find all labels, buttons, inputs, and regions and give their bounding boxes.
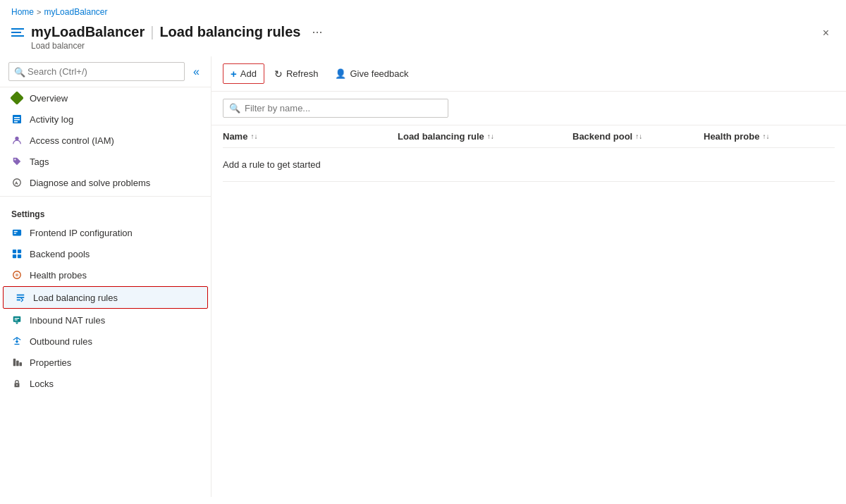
more-options[interactable]: ··· — [312, 25, 322, 39]
svg-rect-11 — [13, 250, 16, 253]
search-icon: 🔍 — [14, 66, 25, 77]
activity-log-icon — [11, 113, 23, 125]
search-input[interactable] — [8, 62, 185, 81]
sidebar-item-inbound-nat[interactable]: Inbound NAT rules — [0, 309, 211, 331]
svg-point-17 — [16, 274, 18, 276]
refresh-button[interactable]: ↻ Refresh — [267, 65, 326, 83]
svg-rect-25 — [16, 360, 19, 366]
sidebar-label-properties: Properties — [30, 357, 71, 368]
sidebar-item-diagnose[interactable]: Diagnose and solve problems — [0, 172, 211, 193]
sort-icon-health-probe[interactable]: ↑↓ — [762, 133, 769, 140]
svg-rect-13 — [13, 254, 16, 258]
sort-icon-name[interactable]: ↑↓ — [250, 133, 257, 140]
diagnose-icon — [11, 177, 23, 188]
column-health-probe: Health probe ↑↓ — [704, 131, 835, 142]
sidebar-item-load-balancing-rules[interactable]: Load balancing rules — [3, 286, 208, 309]
sort-icon-lb-rule[interactable]: ↑↓ — [487, 133, 494, 140]
add-label: Add — [240, 68, 257, 79]
svg-rect-9 — [14, 231, 18, 232]
backend-pools-icon — [11, 248, 23, 259]
table-container: Name ↑↓ Load balancing rule ↑↓ Backend p… — [212, 125, 846, 182]
overview-icon — [11, 92, 23, 104]
column-backend-pool: Backend pool ↑↓ — [572, 131, 704, 142]
title-pipe: | — [150, 24, 154, 40]
properties-icon — [11, 357, 23, 368]
table-header: Name ↑↓ Load balancing rule ↑↓ Backend p… — [223, 125, 835, 148]
svg-rect-14 — [18, 254, 21, 258]
sidebar-label-tags: Tags — [30, 156, 49, 167]
tags-icon — [11, 156, 23, 167]
breadcrumb-home[interactable]: Home — [11, 7, 34, 17]
refresh-icon: ↻ — [274, 68, 283, 80]
sidebar-item-outbound-rules[interactable]: Outbound rules — [0, 331, 211, 352]
sidebar-item-locks[interactable]: Locks — [0, 373, 211, 394]
content-area: + Add ↻ Refresh 👤 Give feedback 🔍 — [212, 56, 846, 497]
page-section-title: Load balancing rules — [159, 24, 300, 40]
health-probes-icon — [11, 269, 23, 281]
filter-input[interactable] — [245, 103, 442, 113]
sidebar-label-load-balancing-rules: Load balancing rules — [33, 293, 118, 303]
svg-rect-2 — [14, 119, 20, 121]
sidebar-label-activity-log: Activity log — [30, 114, 73, 125]
page-title: myLoadBalancer | Load balancing rules ··… — [31, 24, 322, 40]
svg-rect-12 — [18, 250, 21, 253]
header-title-block: myLoadBalancer | Load balancing rules ··… — [31, 24, 322, 51]
breadcrumb: Home > myLoadBalancer — [0, 0, 846, 21]
sidebar-label-inbound-nat: Inbound NAT rules — [30, 315, 105, 326]
svg-rect-26 — [20, 362, 23, 366]
column-lb-rule: Load balancing rule ↑↓ — [398, 131, 572, 142]
add-plus-icon: + — [231, 68, 237, 80]
svg-point-28 — [16, 384, 18, 386]
breadcrumb-separator: > — [37, 8, 41, 16]
sidebar-item-frontend-ip[interactable]: Frontend IP configuration — [0, 222, 211, 243]
sidebar-item-tags[interactable]: Tags — [0, 151, 211, 172]
access-control-icon — [11, 135, 23, 146]
resource-name: myLoadBalancer — [31, 24, 145, 40]
sidebar-label-locks: Locks — [30, 379, 54, 389]
sidebar-label-overview: Overview — [30, 93, 68, 104]
sort-icon-backend-pool[interactable]: ↑↓ — [635, 133, 642, 140]
sidebar-navigation: Overview Activity log — [0, 87, 211, 497]
outbound-rules-icon — [11, 336, 23, 347]
sidebar-item-activity-log[interactable]: Activity log — [0, 109, 211, 130]
add-button[interactable]: + Add — [223, 63, 264, 84]
feedback-button[interactable]: 👤 Give feedback — [328, 65, 415, 82]
collapse-sidebar-button[interactable]: « — [190, 64, 202, 80]
sidebar-item-properties[interactable]: Properties — [0, 352, 211, 373]
main-layout: 🔍 « Overview — [0, 56, 846, 497]
filter-search-icon: 🔍 — [229, 103, 240, 113]
sidebar-label-diagnose: Diagnose and solve problems — [30, 178, 150, 188]
feedback-icon: 👤 — [335, 68, 346, 79]
filter-bar: 🔍 — [212, 92, 846, 125]
sidebar-label-outbound-rules: Outbound rules — [30, 336, 92, 347]
sidebar-label-access-control: Access control (IAM) — [30, 135, 114, 146]
svg-rect-3 — [14, 121, 18, 123]
sidebar-label-backend-pools: Backend pools — [30, 249, 90, 259]
header-left: myLoadBalancer | Load balancing rules ··… — [11, 24, 322, 51]
sidebar-search-bar: 🔍 « — [0, 56, 211, 87]
frontend-ip-icon — [11, 227, 23, 238]
close-button[interactable]: × — [817, 24, 835, 42]
filter-input-wrapper: 🔍 — [223, 99, 448, 118]
resource-type: Load balancer — [31, 41, 322, 51]
sidebar-label-frontend-ip: Frontend IP configuration — [30, 228, 133, 238]
sidebar-item-health-probes[interactable]: Health probes — [0, 264, 211, 285]
sidebar-label-health-probes: Health probes — [30, 270, 87, 281]
sidebar-item-backend-pools[interactable]: Backend pools — [0, 243, 211, 264]
load-balancing-rules-icon — [15, 292, 26, 303]
svg-rect-10 — [14, 233, 17, 233]
nav-divider — [0, 196, 211, 197]
svg-rect-8 — [13, 230, 21, 236]
locks-icon — [11, 378, 23, 389]
feedback-label: Give feedback — [350, 68, 408, 79]
svg-point-5 — [14, 159, 16, 160]
sidebar: 🔍 « Overview — [0, 56, 212, 497]
resource-icon — [11, 25, 24, 37]
sidebar-item-overview[interactable]: Overview — [0, 87, 211, 109]
svg-rect-23 — [15, 319, 18, 320]
sidebar-item-access-control[interactable]: Access control (IAM) — [0, 130, 211, 151]
svg-rect-24 — [13, 359, 16, 367]
breadcrumb-current[interactable]: myLoadBalancer — [44, 7, 107, 17]
svg-rect-21 — [13, 316, 21, 322]
column-name: Name ↑↓ — [223, 131, 398, 142]
